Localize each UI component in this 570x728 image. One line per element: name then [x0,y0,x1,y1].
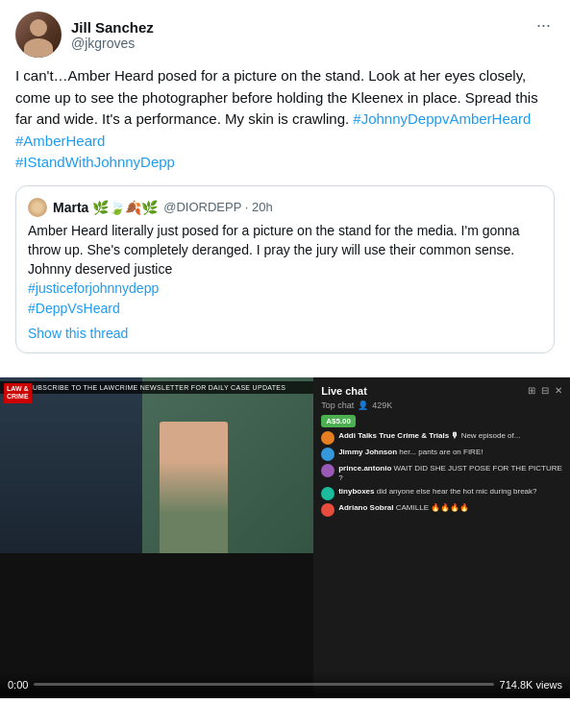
user-handle: @jkgroves [71,36,154,51]
chat-name-1: Addi Talks True Crime & Trials 🎙 [338,431,458,440]
quoted-tweet-text: Amber Heard literally just posed for a p… [28,221,542,318]
user-info: Jill Sanchez @jkgroves [71,19,154,51]
show-thread-link[interactable]: Show this thread [28,326,542,341]
figure-left [160,422,228,554]
quoted-time: 20h [252,200,273,214]
quoted-tweet-header: Marta 🌿🍃🍂🌿 @DIORDEPP · 20h [28,198,542,217]
membership-badge: A$5.00 [321,415,356,427]
live-chat-panel: Live chat ⊞ ⊟ ✕ Top chat 👤 429K A$5.00 A… [313,377,570,698]
avatar [15,12,62,58]
top-chat-label: Top chat [321,400,354,410]
quoted-avatar [28,198,47,217]
chat-row-2: Jimmy Johnson her... pants are on FIRE! [321,448,562,461]
live-chat-icon-1[interactable]: ⊞ [528,385,535,396]
hashtag-2[interactable]: #AmberHeard [15,133,105,149]
tweet-card: Jill Sanchez @jkgroves ··· I can't…Amber… [0,0,570,377]
video-preview: SUBSCRIBE TO THE LAWCRIME NEWSLETTER FOR… [0,377,570,698]
chat-avatar-3 [321,464,335,477]
quoted-handle: @DIORDEPP [163,200,241,214]
more-options-icon[interactable]: ··· [533,12,555,39]
viewer-count: 429K [372,400,392,410]
chat-row-5: Adriano Sobral CAMILLE 🔥🔥🔥🔥 [321,503,562,517]
crime-logo-line1: LAW & [7,385,29,393]
chat-avatar-5 [321,503,335,517]
video-views: 714.8K views [500,679,562,691]
quoted-dot: · [245,200,252,214]
chat-row-4: tinyboxes did anyone else hear the hot m… [321,487,562,500]
live-chat-subtitle: Top chat 👤 429K [321,400,562,410]
chat-text-2: Jimmy Johnson her... pants are on FIRE! [338,448,483,457]
chat-name-3: prince.antonio [338,464,391,473]
tweet-header: Jill Sanchez @jkgroves ··· [15,12,555,58]
chat-text-1: Addi Talks True Crime & Trials 🎙 New epi… [338,431,520,441]
quoted-tweet[interactable]: Marta 🌿🍃🍂🌿 @DIORDEPP · 20h Amber Heard l… [15,185,555,353]
live-chat-icon-2[interactable]: ⊟ [541,385,549,396]
chat-avatar-4 [321,487,335,500]
hashtag-1[interactable]: #JohnnyDeppvAmberHeard [353,110,531,127]
chat-msg-4: did anyone else hear the hot mic during … [377,487,537,496]
video-time: 0:00 [8,679,28,691]
crime-logo: LAW & CRIME [4,383,32,403]
progress-bar[interactable] [34,683,493,686]
quoted-handle-time: @DIORDEPP · 20h [163,200,272,214]
live-chat-controls: ⊞ ⊟ ✕ [528,385,562,396]
media-container[interactable]: SUBSCRIBE TO THE LAWCRIME NEWSLETTER FOR… [0,377,570,698]
live-chat-title-row: Live chat ⊞ ⊟ ✕ [321,385,562,397]
live-chat-title: Live chat [321,385,367,397]
chat-avatar-2 [321,448,335,461]
chat-name-4: tinyboxes [338,487,374,496]
chat-msg-5: CAMILLE 🔥🔥🔥🔥 [396,503,469,512]
video-controls[interactable]: 0:00 714.8K views [0,671,570,698]
chat-msg-1: New episode of... [461,431,521,440]
hashtag-3[interactable]: #IStandWithJohnnyDepp [15,154,175,170]
chat-name-5: Adriano Sobral [338,503,393,512]
subscribe-banner: SUBSCRIBE TO THE LAWCRIME NEWSLETTER FOR… [0,381,313,394]
viewer-icon: 👤 [358,400,368,410]
tweet-header-left: Jill Sanchez @jkgroves [15,12,154,58]
chat-text-5: Adriano Sobral CAMILLE 🔥🔥🔥🔥 [338,503,469,513]
chat-name-2: Jimmy Johnson [338,448,397,456]
display-name: Jill Sanchez [71,19,154,36]
chat-avatar-1 [321,431,335,445]
chat-text-3: prince.antonio WAIT DID SHE JUST POSE FO… [338,464,562,484]
tweet-body: I can't…Amber Heard posed for a picture … [15,65,555,174]
live-chat-close-icon[interactable]: ✕ [555,385,562,396]
quoted-hashtag-1[interactable]: #justiceforjohnnydepp [28,280,159,296]
quoted-display-name: Marta 🌿🍃🍂🌿 [53,200,158,215]
quoted-hashtag-2[interactable]: #DeppVsHeard [28,301,120,316]
chat-msg-2: her... pants are on FIRE! [399,448,483,456]
chat-row-3: prince.antonio WAIT DID SHE JUST POSE FO… [321,464,562,484]
chat-row: Addi Talks True Crime & Trials 🎙 New epi… [321,431,562,445]
chat-text-4: tinyboxes did anyone else hear the hot m… [338,487,536,497]
crime-logo-line2: CRIME [7,393,29,400]
